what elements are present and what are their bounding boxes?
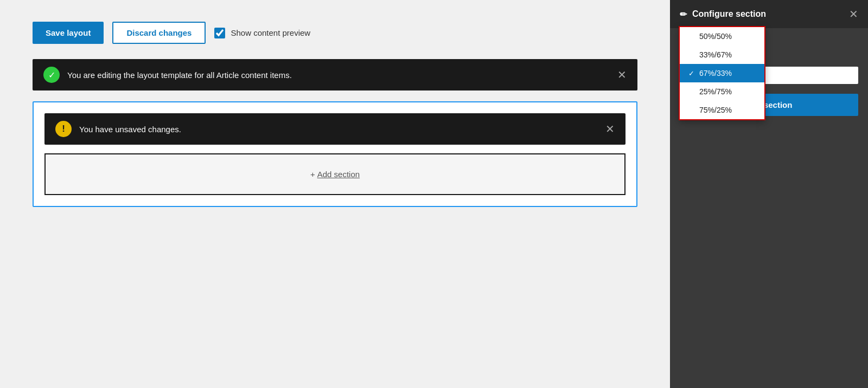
show-preview-text: Show content preview	[231, 28, 310, 37]
notification-close-button[interactable]: ✕	[617, 69, 627, 80]
add-section-area[interactable]: + Add section	[44, 153, 626, 195]
notification-bar: ✓ You are editing the layout template fo…	[33, 59, 637, 90]
success-icon: ✓	[43, 67, 60, 83]
add-section-plus-icon: +	[310, 170, 315, 179]
warning-close-button[interactable]: ✕	[605, 124, 615, 134]
dropdown-item-label: 67%/33%	[699, 69, 732, 77]
add-section-link[interactable]: Add section	[317, 170, 360, 179]
main-content: Save layout Discard changes Show content…	[0, 0, 670, 388]
dropdown-item-67-33[interactable]: ✓ 67%/33%	[680, 64, 764, 82]
panel-header-title: ✏ Configure section	[680, 9, 766, 20]
column-width-dropdown[interactable]: 50%/50% 33%/67% ✓ 67%/33% 25%/75% 75%/25…	[679, 26, 765, 120]
save-layout-button[interactable]: Save layout	[33, 22, 104, 44]
dropdown-item-75-25[interactable]: 75%/25%	[680, 101, 764, 119]
dropdown-item-label: 25%/75%	[699, 87, 732, 96]
warning-content: ! You have unsaved changes.	[55, 121, 181, 137]
dropdown-item-label: 33%/67%	[699, 50, 732, 59]
panel-close-button[interactable]: ✕	[849, 8, 858, 21]
notification-message: You are editing the layout template for …	[67, 70, 292, 80]
dropdown-item-label: 50%/50%	[699, 32, 732, 41]
dropdown-item-label: 75%/25%	[699, 106, 732, 114]
layout-container: ! You have unsaved changes. ✕ + Add sect…	[33, 101, 637, 207]
check-67-33: ✓	[688, 69, 696, 77]
right-panel: ✏ Configure section ✕ 50%/50% 33%/67% ✓ …	[670, 0, 868, 388]
dropdown-item-33-67[interactable]: 33%/67%	[680, 46, 764, 64]
warning-message: You have unsaved changes.	[79, 125, 181, 134]
dropdown-item-25-75[interactable]: 25%/75%	[680, 82, 764, 101]
pencil-icon: ✏	[680, 9, 687, 20]
panel-header: ✏ Configure section ✕	[670, 0, 868, 28]
toolbar: Save layout Discard changes Show content…	[33, 22, 637, 44]
show-preview-checkbox[interactable]	[214, 28, 225, 38]
panel-title: Configure section	[692, 9, 766, 19]
discard-changes-button[interactable]: Discard changes	[112, 22, 206, 44]
warning-bar: ! You have unsaved changes. ✕	[44, 113, 626, 145]
show-preview-label[interactable]: Show content preview	[214, 28, 310, 38]
warning-icon: !	[55, 121, 72, 137]
notification-content: ✓ You are editing the layout template fo…	[43, 67, 292, 83]
dropdown-item-50-50[interactable]: 50%/50%	[680, 27, 764, 46]
